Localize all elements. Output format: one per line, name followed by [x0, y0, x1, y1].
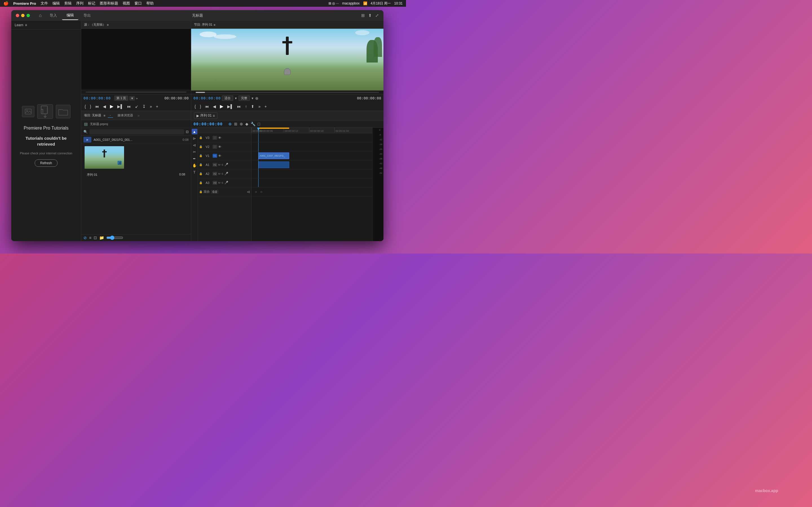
track-content-v2[interactable] — [252, 142, 372, 151]
project-view-icon[interactable]: ⊡ — [186, 130, 189, 134]
text-tool[interactable]: T — [192, 169, 197, 175]
home-tab[interactable]: ⌂ — [36, 12, 45, 19]
source-mark-out[interactable]: } — [89, 104, 93, 109]
minimize-button[interactable] — [21, 14, 24, 17]
tl-wrench-icon[interactable]: 🔧 — [251, 122, 255, 126]
program-fit-select[interactable]: 适合 — [222, 96, 233, 101]
grid-view-icon[interactable]: ≡ — [89, 235, 91, 240]
prog-prev-frame[interactable]: ◀ — [212, 104, 217, 109]
a1-m[interactable]: M — [218, 163, 220, 166]
menu-marker[interactable]: 标记 — [88, 1, 95, 6]
source-insert[interactable]: ↙ — [134, 104, 140, 109]
project-tab-project[interactable]: · — [108, 113, 113, 118]
a2-mic[interactable]: 🎤 — [224, 172, 229, 175]
prog-add-button[interactable]: + — [263, 104, 268, 109]
source-timecode-left[interactable]: 00:00:00:00 — [84, 96, 111, 100]
program-full-arrow[interactable]: ▼ — [251, 97, 254, 100]
program-zoom-icon[interactable]: ⊕ — [255, 96, 259, 101]
mix-value[interactable]: 0.0 — [211, 190, 218, 194]
close-button[interactable] — [16, 14, 19, 17]
menu-clip[interactable]: 剪辑 — [64, 1, 71, 6]
source-more[interactable]: » — [149, 104, 153, 109]
selection-tool[interactable]: ▲ — [192, 129, 197, 134]
mix-circle-2[interactable]: ○ — [260, 190, 262, 194]
source-goto-out[interactable]: ⏭ — [126, 104, 132, 109]
prog-goto-in[interactable]: ⏮ — [204, 104, 210, 109]
a3-mic[interactable]: 🎤 — [224, 181, 229, 184]
source-mark-in[interactable]: { — [84, 104, 87, 109]
project-menu-icon[interactable]: ≡ — [103, 114, 105, 117]
share-icon[interactable]: ⬆ — [368, 13, 372, 18]
razor-tool[interactable]: ✂ — [192, 149, 197, 155]
program-scrubbar[interactable] — [196, 92, 379, 93]
source-next-frame[interactable]: ▶▌ — [116, 104, 124, 109]
track-content-a2[interactable] — [252, 169, 372, 178]
maximize-button[interactable] — [27, 14, 30, 17]
mix-end-btn[interactable]: ⊲ — [247, 189, 250, 194]
tl-captions-icon[interactable]: □ — [258, 122, 260, 126]
hand-tool[interactable]: ✋ — [192, 163, 197, 168]
project-bin-icon[interactable]: 📁 — [99, 235, 104, 240]
source-page[interactable]: 第 1 页 — [114, 96, 128, 101]
a3-lock-icon[interactable]: 🔒 — [199, 181, 202, 184]
v1-eye[interactable]: 👁 — [218, 154, 221, 158]
tab-export[interactable]: 导出 — [79, 11, 95, 20]
source-add-button[interactable]: + — [155, 104, 159, 109]
program-fit-arrow[interactable]: ▼ — [234, 97, 238, 100]
v2-lock-icon[interactable]: 🔒 — [199, 145, 202, 148]
a2-s[interactable]: S — [221, 172, 223, 175]
apple-icon[interactable]: 🍎 — [3, 1, 9, 6]
prog-mark-out[interactable]: } — [199, 104, 202, 109]
ripple-tool[interactable]: ⊳ — [192, 135, 197, 141]
v1-toggle[interactable]: V1 — [213, 154, 217, 158]
source-play[interactable]: ▶ — [109, 103, 114, 110]
mix-lock-icon[interactable]: 🔒 — [199, 190, 202, 193]
a1-s[interactable]: S — [221, 163, 223, 166]
program-full-select[interactable]: 完整 — [239, 96, 250, 101]
freeform-icon[interactable]: ⊡ — [94, 235, 97, 240]
source-goto-in[interactable]: ⏮ — [94, 104, 100, 109]
a3-m[interactable]: M — [218, 181, 220, 184]
track-content-a3[interactable] — [252, 178, 372, 187]
workarea-bar[interactable] — [258, 128, 289, 129]
clip-thumbnail[interactable] — [85, 146, 124, 169]
menu-edit[interactable]: 编辑 — [52, 1, 60, 6]
a1-toggle[interactable]: A1 — [213, 163, 217, 167]
program-timecode[interactable]: 00:00:00:00 — [193, 96, 221, 100]
source-expand[interactable]: » — [136, 97, 138, 100]
project-search-input[interactable] — [89, 129, 184, 134]
v2-toggle[interactable]: □ — [213, 145, 217, 149]
v1-lock-icon[interactable]: 🔒 — [199, 154, 202, 157]
prog-lift[interactable]: ↑ — [244, 104, 248, 109]
a3-toggle[interactable]: A3 — [213, 181, 217, 185]
menu-view[interactable]: 视图 — [123, 1, 130, 6]
menu-sequence[interactable]: 序列 — [76, 1, 84, 6]
prog-more[interactable]: » — [257, 104, 262, 109]
prog-play[interactable]: ▶ — [219, 103, 224, 110]
project-tab-media[interactable]: 媒体浏览器 — [115, 113, 135, 118]
prog-extract[interactable]: ⬆ — [250, 104, 255, 109]
prog-mark-in[interactable]: { — [193, 104, 197, 109]
project-expand-chevron[interactable]: » — [138, 113, 140, 118]
prog-goto-out[interactable]: ⏭ — [236, 104, 242, 109]
a2-m[interactable]: M — [218, 172, 220, 175]
add-track-icon[interactable]: ⊕ — [240, 122, 243, 126]
a3-s[interactable]: S — [221, 181, 223, 184]
track-content-v3[interactable] — [252, 133, 372, 142]
snap-icon[interactable]: ⊕ — [229, 122, 232, 126]
source-scrubbar[interactable] — [86, 92, 186, 93]
timeline-tab[interactable]: ▶ 序列 01 ≡ — [194, 112, 217, 119]
source-page-arrow[interactable]: ▼ — [130, 96, 135, 101]
pen-tool[interactable]: ✒ — [192, 156, 197, 161]
a2-lock-icon[interactable]: 🔒 — [199, 172, 202, 175]
tl-mark-icon[interactable]: ◆ — [245, 122, 248, 126]
source-overwrite[interactable]: ↧ — [141, 104, 147, 109]
a1-lock-icon[interactable]: 🔒 — [199, 163, 202, 166]
source-menu-icon[interactable]: ≡ — [107, 23, 109, 26]
refresh-button[interactable]: Refresh — [35, 159, 57, 167]
track-select-tool[interactable]: ⊲ — [192, 142, 197, 148]
v3-lock-icon[interactable]: 🔒 — [199, 136, 202, 139]
zoom-slider[interactable] — [106, 235, 123, 240]
v3-toggle[interactable]: □ — [213, 136, 217, 140]
v2-eye[interactable]: 👁 — [218, 145, 221, 149]
